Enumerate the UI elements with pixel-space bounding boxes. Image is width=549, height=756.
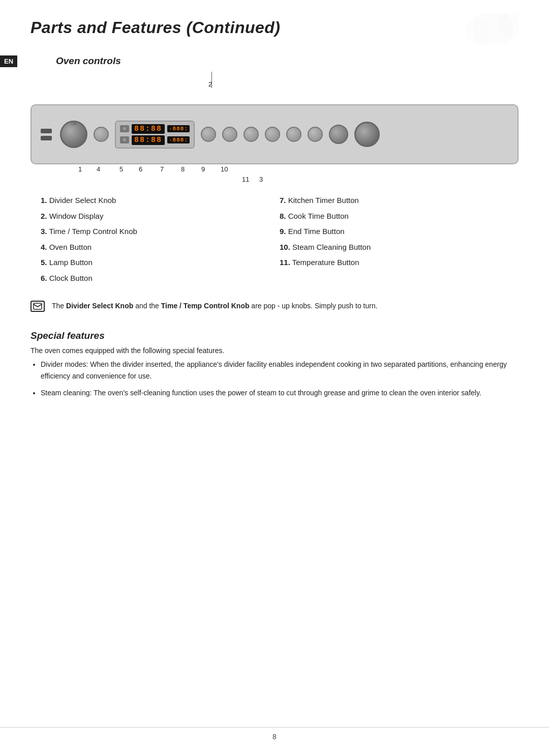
item-num: 11.	[280, 258, 290, 267]
oven-button[interactable]	[94, 127, 109, 142]
switch-top	[41, 129, 52, 133]
page-number: 8	[272, 733, 277, 741]
item-num: 6.	[41, 274, 47, 282]
label-9: 9	[201, 165, 205, 173]
label-1: 1	[78, 165, 82, 173]
label-7: 7	[160, 165, 164, 173]
switch-group	[41, 129, 52, 140]
lamp-button[interactable]	[201, 127, 216, 142]
item-num: 9.	[280, 227, 286, 236]
window-display: ⊞ 88:88 ·888: ⊞ 88:88 ·888:	[115, 121, 195, 149]
list-item: 11. Temperature Button	[280, 255, 518, 271]
oven-diagram-wrapper: 2 Off ⊞ 88:88 ·888: ⊞ 88:88 ·888:	[30, 72, 518, 188]
note-box: The Divider Select Knob and the Time / T…	[30, 300, 518, 312]
clock-button[interactable]	[222, 127, 237, 142]
note-bold-1: Divider Select Knob	[66, 302, 133, 310]
list-item: 5. Lamp Button	[41, 255, 280, 271]
label-11: 11	[242, 176, 249, 183]
display-icon-top: ⊞	[120, 125, 129, 132]
item-num: 4.	[41, 243, 47, 251]
time-temp-control-knob[interactable]	[354, 122, 380, 147]
title-decoration-svg	[417, 13, 518, 44]
label-3: 3	[259, 176, 263, 183]
kitchen-timer-button[interactable]	[243, 127, 259, 142]
page-footer: 8	[0, 727, 549, 741]
list-item: 3. Time / Temp Control Knob	[41, 224, 280, 240]
sf-bullets-list: Divider modes: When the divider inserted…	[30, 359, 518, 399]
note-text: The Divider Select Knob and the Time / T…	[52, 300, 378, 311]
item-num: 1.	[41, 196, 47, 205]
item-num: 2.	[41, 212, 47, 220]
special-features-title: Special features	[30, 330, 518, 341]
sf-bullet-1: Divider modes: When the divider inserted…	[41, 359, 518, 382]
page-title: Parts and Features (Continued)	[30, 18, 281, 37]
item-num: 8.	[280, 212, 286, 220]
list-item: 4. Oven Button	[41, 240, 280, 255]
parts-col-left: 1. Divider Select Knob 2. Window Display…	[41, 193, 280, 286]
list-item: 6. Clock Button	[41, 271, 280, 286]
note-bold-2: Time / Temp Control Knob	[161, 302, 250, 310]
sf-intro-text: The oven comes equipped with the followi…	[30, 346, 518, 355]
special-features-section: Special features The oven comes equipped…	[0, 321, 549, 409]
list-item: 2. Window Display	[41, 209, 280, 224]
note-svg-icon	[33, 303, 42, 310]
list-item: 9. End Time Button	[280, 224, 518, 240]
steam-cleaning-button[interactable]	[308, 127, 323, 142]
section-heading: Oven controls	[56, 55, 121, 67]
oven-panel: Off ⊞ 88:88 ·888: ⊞ 88:88 ·888:	[30, 104, 518, 164]
label-4: 4	[97, 165, 100, 173]
label-8: 8	[181, 165, 185, 173]
list-item: 1. Divider Select Knob	[41, 193, 280, 209]
off-label: Off	[71, 122, 77, 126]
display-digits-bot-sm: ·888:	[167, 136, 190, 143]
lang-badge: EN	[0, 55, 17, 67]
label-5: 5	[119, 165, 123, 173]
parts-col-right: 7. Kitchen Timer Button 8. Cook Time But…	[280, 193, 518, 286]
label-6: 6	[139, 165, 142, 173]
section-heading-row: EN Oven controls	[0, 46, 549, 72]
parts-list-section: 1. Divider Select Knob 2. Window Display…	[0, 188, 549, 291]
display-icon-bot: ⊞	[120, 136, 129, 143]
end-time-button[interactable]	[286, 127, 301, 142]
display-row-bot: ⊞ 88:88 ·888:	[120, 135, 190, 145]
page-header: Parts and Features (Continued)	[0, 0, 549, 46]
list-item: 10. Steam Cleaning Button	[280, 240, 518, 255]
svg-point-2	[465, 18, 491, 44]
label-10: 10	[221, 165, 228, 173]
temperature-button[interactable]	[329, 125, 348, 144]
item-num: 5.	[41, 258, 47, 267]
sf-bullet-2: Steam cleaning: The oven's self-cleaning…	[41, 387, 518, 399]
display-digits-top-sm: ·888:	[167, 125, 190, 132]
item-num: 3.	[41, 227, 47, 236]
switch-mid	[41, 136, 52, 140]
item-num: 7.	[280, 196, 286, 205]
cook-time-button[interactable]	[265, 127, 280, 142]
display-row-top: ⊞ 88:88 ·888:	[120, 124, 190, 134]
display-digits-bot: 88:88	[132, 135, 165, 145]
item-num: 10.	[280, 243, 290, 251]
list-item: 8. Cook Time Button	[280, 209, 518, 224]
note-icon	[30, 301, 45, 312]
list-item: 7. Kitchen Timer Button	[280, 193, 518, 209]
display-digits-top: 88:88	[132, 124, 165, 134]
svg-rect-3	[34, 303, 42, 309]
